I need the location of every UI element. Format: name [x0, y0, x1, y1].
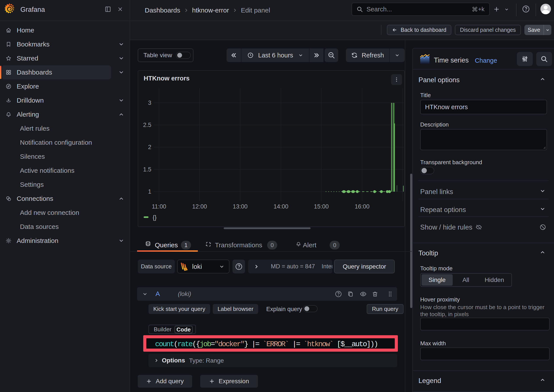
svg-text:3: 3 — [148, 99, 151, 106]
svg-text:12:00: 12:00 — [192, 203, 207, 210]
svg-text:15:00: 15:00 — [314, 203, 329, 210]
svg-text:2.5: 2.5 — [143, 122, 151, 128]
svg-text:11:00: 11:00 — [152, 203, 166, 210]
svg-text:2: 2 — [148, 144, 151, 150]
svg-text:13:00: 13:00 — [233, 203, 248, 210]
svg-text:{}: {} — [153, 214, 157, 221]
svg-text:14:00: 14:00 — [273, 203, 288, 210]
svg-text:16:00: 16:00 — [355, 203, 370, 210]
svg-text:1: 1 — [148, 188, 151, 195]
svg-text:1.5: 1.5 — [143, 166, 151, 173]
